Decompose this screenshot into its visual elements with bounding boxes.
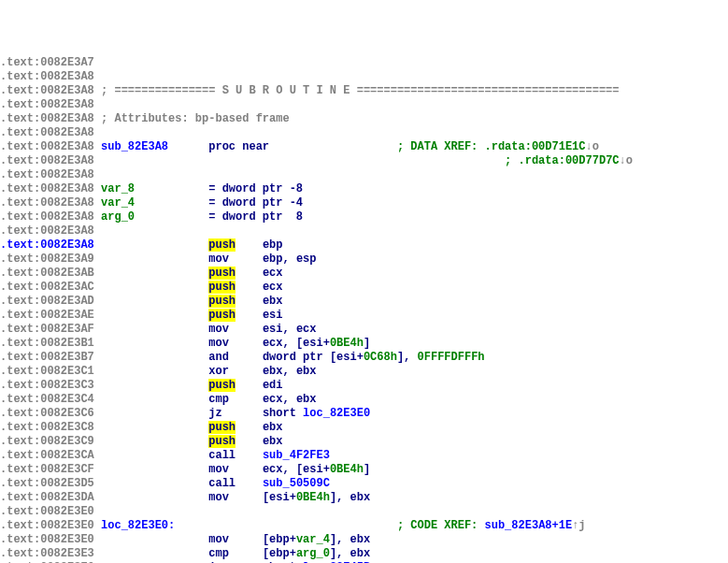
disasm-line[interactable]: .text:0082E3E3 cmp [ebp+arg_0], ebx [0,547,728,561]
address: .text:0082E3AD [0,295,101,308]
disasm-line[interactable]: .text:0082E3C4 cmp ecx, ebx [0,393,728,407]
mnemonic: xor [208,365,229,378]
var-name[interactable]: var_8 [101,182,208,195]
disassembly-listing[interactable]: .text:0082E3A7 .text:0082E3A8 .text:0082… [0,56,728,563]
address: .text:0082E3AC [0,281,101,294]
code-ref[interactable]: sub_4F2FE3 [263,449,330,462]
disasm-line[interactable]: .text:0082E3A8 ; .rdata:00D77D7C↓o [0,154,728,168]
disasm-line[interactable]: .text:0082E3CF mov ecx, [esi+0BE4h] [0,463,728,477]
mnemonic: mov [208,491,229,504]
disasm-line[interactable]: .text:0082E3C6 jz short loc_82E3E0 [0,407,728,421]
disasm-line[interactable]: .text:0082E3AC push ecx [0,281,728,295]
var-def: = dword ptr 8 [208,210,303,224]
var-def: = dword ptr -4 [208,196,303,209]
disasm-line[interactable]: .text:0082E3AE push esi [0,309,728,323]
disasm-line[interactable]: .text:0082E3D5 call sub_50509C [0,477,728,491]
mnemonic: mov [208,463,229,476]
disasm-line[interactable]: .text:0082E3A8 [0,126,728,140]
disasm-line[interactable]: .text:0082E3E0 [0,505,728,519]
disasm-line[interactable]: .text:0082E3A8 var_4 = dword ptr -4 [0,196,728,210]
mnemonic: call [208,449,236,462]
disasm-line[interactable]: .text:0082E3C9 push ebx [0,435,728,449]
mnemonic: call [208,477,236,490]
operand: dword ptr [esi+ [263,351,364,364]
disasm-line[interactable]: .text:0082E3E0 loc_82E3E0: ; CODE XREF: … [0,519,728,533]
disasm-line[interactable]: .text:0082E3AD push ebx [0,295,728,309]
disasm-line[interactable]: .text:0082E3CA call sub_4F2FE3 [0,449,728,463]
mnemonic: mov [208,533,229,546]
operand: ] [364,337,370,350]
address: .text:0082E3CA [0,449,101,462]
operand: ebx [263,295,283,308]
var-def: = dword ptr -8 [208,182,303,195]
code-ref[interactable]: sub_50509C [263,477,330,490]
operand: ], ebx [330,491,370,504]
disasm-line[interactable]: .text:0082E3DA mov [esi+0BE4h], ebx [0,491,728,505]
address: .text:0082E3A8 [0,154,101,167]
address: .text:0082E3C3 [0,379,101,392]
disasm-line[interactable]: .text:0082E3B7 and dword ptr [esi+0C68h]… [0,351,728,365]
disasm-line[interactable]: .text:0082E3C1 xor ebx, ebx [0,365,728,379]
operand: ], ebx [330,547,370,560]
address: .text:0082E3B1 [0,337,101,350]
address: .text:0082E3A8 [0,84,101,97]
disasm-line[interactable]: .text:0082E3A8 [0,168,728,182]
operand: ecx, [esi+ [263,337,330,350]
proc-name[interactable]: sub_82E3A8 [101,140,208,153]
mnemonic: push [208,281,236,294]
disasm-line[interactable]: .text:0082E3A8 [0,98,728,112]
disasm-line[interactable]: .text:0082E3A8 sub_82E3A8 proc near ; DA… [0,140,728,154]
var-name[interactable]: arg_0 [101,210,208,224]
address: .text:0082E3A8 [0,70,101,83]
disasm-line[interactable]: .text:0082E3C3 push edi [0,379,728,393]
address: .text:0082E3A8 [0,196,101,209]
address: .text:0082E3A7 [0,56,101,69]
disasm-line[interactable]: .text:0082E3A8 push ebp [0,238,728,253]
operand: ], [397,351,418,364]
address: .text:0082E3CF [0,463,101,476]
operand: ebp, esp [263,253,317,266]
operand: ebp [263,238,283,252]
code-ref[interactable]: loc_82E3E0 [303,407,370,420]
disasm-line[interactable]: .text:0082E3A8 var_8 = dword ptr -8 [0,182,728,196]
mnemonic: mov [208,323,229,336]
disasm-line[interactable]: .text:0082E3A8 [0,224,728,238]
disasm-line[interactable]: .text:0082E3A8 ; Attributes: bp-based fr… [0,112,728,126]
mnemonic: push [208,421,236,434]
operand: ebx [263,435,283,448]
address: .text:0082E3E0 [0,519,101,532]
disasm-line[interactable]: .text:0082E3C8 push ebx [0,421,728,435]
operand: esi, ecx [263,323,317,336]
disasm-line[interactable]: .text:0082E3A8 arg_0 = dword ptr 8 [0,210,728,224]
mnemonic: mov [208,253,229,266]
disasm-line[interactable]: .text:0082E3AF mov esi, ecx [0,323,728,337]
operand: ] [364,463,370,476]
immediate: 0BE4h [330,463,364,476]
disasm-line[interactable]: .text:0082E3A8 [0,70,728,84]
xref-comment[interactable]: ; CODE XREF: [397,519,485,532]
immediate: 0BE4h [296,491,330,504]
xref-link[interactable]: sub_82E3A8+1E [485,519,573,532]
xref-comment[interactable]: ; .rdata:00D77D7C [505,154,619,167]
disasm-line[interactable]: .text:0082E3A9 mov ebp, esp [0,253,728,267]
loc-label[interactable]: loc_82E3E0: [101,519,397,532]
address: .text:0082E3C9 [0,435,101,448]
operand: [esi+ [263,491,296,504]
address: .text:0082E3A8 [0,168,101,181]
disasm-line[interactable]: .text:0082E3AB push ecx [0,267,728,281]
var-ref[interactable]: arg_0 [296,547,330,560]
var-ref[interactable]: var_4 [296,533,330,546]
disasm-line[interactable]: .text:0082E3E0 mov [ebp+var_4], ebx [0,533,728,547]
operand: edi [263,379,283,392]
address: .text:0082E3A9 [0,253,101,266]
var-name[interactable]: var_4 [101,196,208,209]
xref-comment[interactable]: ; DATA XREF: .rdata:00D71E1C [397,140,586,153]
disasm-line[interactable]: .text:0082E3A7 [0,56,728,70]
address: .text:0082E3C6 [0,407,101,420]
disasm-line[interactable]: .text:0082E3A8 ; =============== S U B R… [0,84,728,98]
comment: ; Attributes: bp-based frame [101,112,290,125]
operand: ecx, ebx [263,393,317,406]
address: .text:0082E3B7 [0,351,101,364]
disasm-line[interactable]: .text:0082E3B1 mov ecx, [esi+0BE4h] [0,337,728,351]
xref-arrow-icon: ↓o [586,140,599,153]
